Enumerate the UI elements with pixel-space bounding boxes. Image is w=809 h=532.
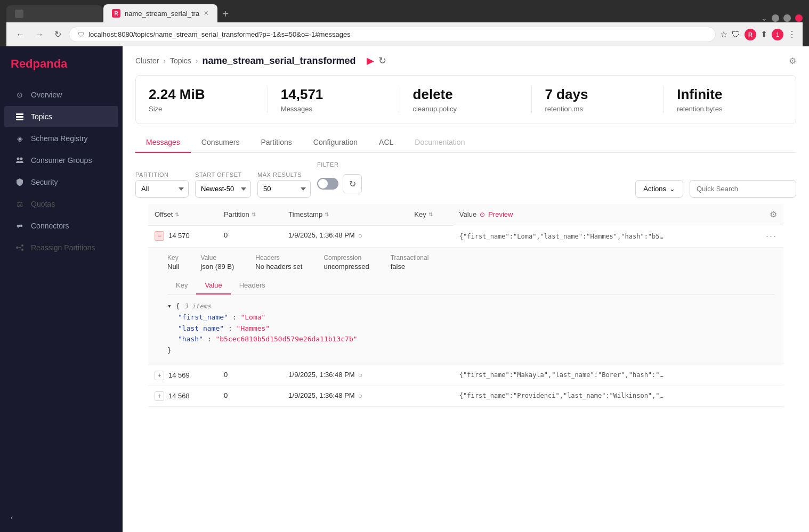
svg-rect-0 [16,113,23,115]
settings-icon-button[interactable]: ⚙ [789,56,796,66]
row1-expand-button[interactable]: − [155,231,164,241]
sidebar-item-quotas[interactable]: ⚖ Quotas [4,193,118,215]
row2-offset-cell: + 14 569 [148,365,217,386]
stat-messages: 14,571 Messages [268,86,400,113]
preview-label[interactable]: Preview [488,210,513,218]
offset-sort[interactable]: Offset ⇅ [155,210,211,218]
refresh-icon-button[interactable]: ↻ [378,55,386,67]
sub-tab-key[interactable]: Key [167,277,196,294]
timestamp-sort-icon: ⇅ [325,211,329,217]
quick-search-input[interactable] [690,180,796,198]
partition-filter-select[interactable]: All [135,180,189,198]
meta-compression-value: uncompressed [323,263,369,271]
sidebar-navigation: ⊙ Overview Topics ◈ Schema Registry Cons… [0,84,123,503]
profile-badge[interactable]: R [745,29,756,40]
sub-tab-headers[interactable]: Headers [231,277,274,294]
meta-headers-label: Headers [255,254,302,261]
tab-partitions[interactable]: Partitions [250,133,302,153]
nav-icons: ☆ 🛡 R ⬆ 1 ⋮ [720,29,796,40]
quotas-icon: ⚖ [15,199,25,209]
stat-messages-label: Messages [281,105,387,113]
stat-cleanup-value: delete [413,86,519,103]
breadcrumb-topics[interactable]: Topics [170,56,191,65]
forward-button[interactable]: → [32,28,47,42]
sidebar-item-reassign-partitions[interactable]: Reassign Partitions [4,237,118,258]
url-bar[interactable]: 🛡 localhost:8080/topics/name_stream_seri… [69,27,716,42]
window-close[interactable] [795,14,803,22]
sidebar-item-label: Overview [31,91,62,99]
breadcrumb-cluster[interactable]: Cluster [135,56,159,65]
messages-table: Offset ⇅ Partition ⇅ Tim [148,204,783,407]
start-offset-filter-label: START OFFSET [195,171,251,178]
json-open-brace: ▾ { 3 items [167,301,775,312]
sidebar-item-topics[interactable]: Topics [4,106,118,127]
active-tab[interactable]: R name_stream_serial_tra × [103,4,217,22]
shield-icon-btn[interactable]: 🛡 [732,30,740,39]
json-close-brace: } [167,345,775,356]
sidebar-item-connectors[interactable]: ⇌ Connectors [4,215,118,236]
stat-retention-ms-label: retention.ms [545,105,651,113]
row1-more-options[interactable]: ··· [766,231,777,242]
bookmark-button[interactable]: ☆ [720,29,727,39]
window-controls: ⌄ [761,14,803,22]
row1-value-cell: {"first_name":"Loma","last_name":"Hammes… [453,225,783,248]
stats-bar: 2.24 MiB Size 14,571 Messages delete cle… [135,75,796,124]
meta-compression-label: Compression [323,254,369,261]
svg-point-6 [21,244,23,247]
sidebar-item-schema-registry[interactable]: ◈ Schema Registry [4,128,118,149]
sidebar-item-security[interactable]: Security [4,171,118,193]
filter-toggle-group: FILTER ↻ [317,161,362,198]
tabs-chevron[interactable]: ⌄ [761,14,767,22]
sub-tab-value[interactable]: Value [196,277,230,294]
row3-timestamp-value: 1/9/2025, 1:36:48 PM [288,391,354,399]
svg-point-3 [17,158,20,160]
row3-expand-button[interactable]: + [155,391,164,401]
tab-messages[interactable]: Messages [135,133,191,153]
row2-value-cell: {"first_name":"Makayla","last_name":"Bor… [453,365,783,386]
shield-icon [15,177,25,187]
filter-toggle-wrap: ↻ [317,170,362,198]
app-body: Redpanda ⊙ Overview Topics ◈ Schema Regi… [0,46,809,532]
tab-favicon: R [112,9,120,18]
reload-button[interactable]: ↻ [51,27,64,42]
tab-acl[interactable]: ACL [368,133,404,153]
play-icon-button[interactable]: ▶ [367,55,374,67]
row2-value-preview: {"first_name":"Makayla","last_name":"Bor… [459,371,664,379]
partition-filter-group: PARTITION All [135,171,189,198]
window-minimize[interactable] [772,14,779,22]
row2-expand-button[interactable]: + [155,371,164,380]
window-maximize[interactable] [783,14,791,22]
start-offset-filter-select[interactable]: Newest-50 [195,180,251,198]
tab-consumers[interactable]: Consumers [191,133,250,153]
partition-sort[interactable]: Partition ⇅ [224,210,276,218]
meta-key-label: Key [167,254,179,261]
timestamp-sort[interactable]: Timestamp ⇅ [288,210,401,218]
filter-refresh-button[interactable]: ↻ [343,174,362,193]
stat-size-label: Size [149,105,255,113]
sidebar-item-consumer-groups[interactable]: Consumer Groups [4,150,118,171]
sidebar-item-overview[interactable]: ⊙ Overview [4,84,118,105]
back-button[interactable]: ← [13,28,28,42]
row1-key-cell [408,225,453,248]
tab-close-button[interactable]: × [204,9,208,18]
new-tab-button[interactable]: + [219,6,233,22]
menu-button[interactable]: ⋮ [788,29,796,39]
filter-toggle[interactable] [317,178,338,190]
actions-dropdown-button[interactable]: Actions ⌄ [635,180,683,198]
tab-configuration[interactable]: Configuration [303,133,368,153]
sidebar-collapse-button[interactable]: ‹ [0,503,123,532]
sidebar-item-label: Schema Registry [31,134,88,143]
breadcrumb-sep1: › [163,56,166,65]
max-results-filter-select[interactable]: 50 [257,180,311,198]
breadcrumb-actions: ▶ ↻ [367,55,386,67]
row2-offset-value: 14 569 [168,371,190,379]
table-settings-button[interactable]: ⚙ [770,209,777,219]
key-sort[interactable]: Key ⇅ [414,210,447,218]
meta-key: Key Null [167,254,179,271]
extensions-button[interactable]: ⬆ [761,29,767,39]
breadcrumb: Cluster › Topics › name_stream_serial_tr… [123,46,809,71]
row1-offset-cell: − 14 570 [148,225,217,248]
th-partition: Partition ⇅ [217,204,282,225]
url-shield-icon: 🛡 [78,31,84,38]
stat-messages-value: 14,571 [281,86,387,103]
